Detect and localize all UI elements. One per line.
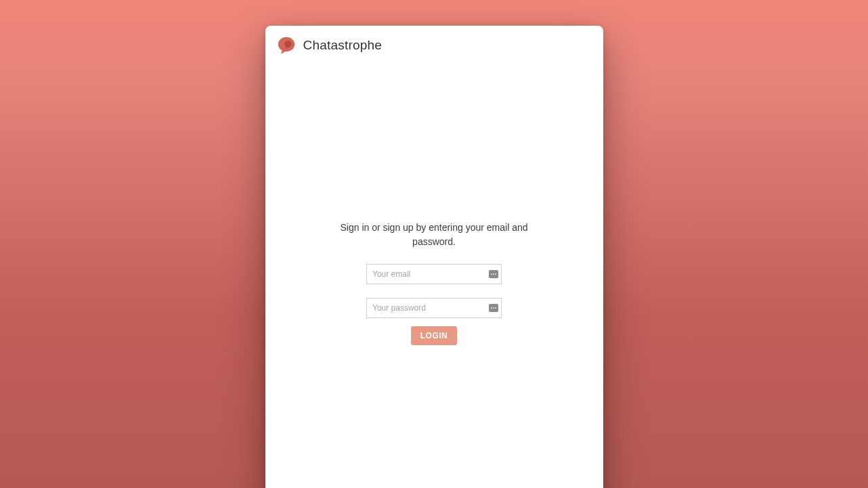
autofill-icon[interactable] bbox=[489, 270, 498, 278]
password-input[interactable] bbox=[366, 298, 502, 318]
autofill-icon[interactable] bbox=[489, 304, 498, 312]
login-instructions: Sign in or sign up by entering your emai… bbox=[336, 221, 532, 249]
chat-bubble-logo-icon bbox=[276, 35, 297, 56]
password-field-wrap bbox=[366, 298, 502, 318]
app-title: Chatastrophe bbox=[303, 38, 382, 53]
brand-header: Chatastrophe bbox=[276, 35, 592, 56]
email-input[interactable] bbox=[366, 264, 502, 284]
login-button[interactable]: LOGIN bbox=[411, 326, 458, 345]
email-field-wrap bbox=[366, 264, 502, 284]
login-card: Chatastrophe Sign in or sign up by enter… bbox=[265, 26, 603, 488]
login-form: Sign in or sign up by entering your emai… bbox=[276, 221, 592, 345]
